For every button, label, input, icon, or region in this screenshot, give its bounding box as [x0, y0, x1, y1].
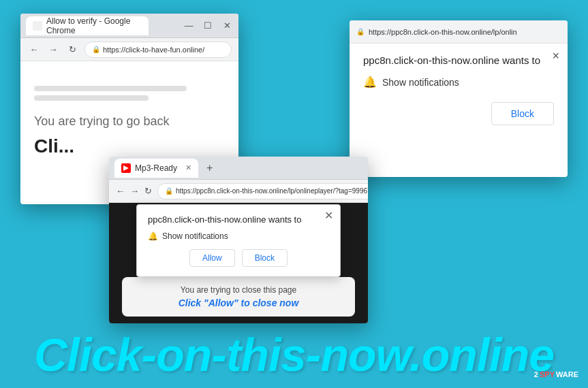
mp3-tab[interactable]: Mp3-Ready ✕ [114, 159, 198, 178]
address-text-1: https://click-to-have-fun.online/ [103, 46, 204, 54]
maximize-btn-1[interactable]: ☐ [202, 20, 214, 31]
popup-hint-line1: You are trying to close this page [138, 285, 339, 295]
watermark-suffix: WARE [556, 370, 578, 378]
mini-bell-icon: 🔔 [148, 231, 158, 241]
tab-favicon-1 [33, 21, 42, 31]
mini-notif-label: Show notifications [162, 231, 228, 241]
address-field-3[interactable]: 🔒 https://ppc8n.click-on-this-now.online… [157, 183, 368, 199]
notif-buttons-2: Block [363, 102, 554, 125]
mini-notif-close[interactable]: ✕ [324, 209, 333, 222]
notif-title-2: ppc8n.click-on-this-now.online wants to [363, 54, 554, 66]
chrome-window-2: 🔒 https://ppc8n.click-on-this-now.online… [350, 20, 568, 177]
notif-label-2: Show notifications [382, 77, 459, 88]
mp3-tab-label: Mp3-Ready [135, 163, 177, 173]
mini-notif-buttons: Allow Block [148, 249, 329, 267]
gray-bar-1 [34, 86, 187, 91]
watermark: 2SPYWARE [534, 370, 578, 378]
reload-btn-3[interactable]: ↻ [144, 186, 152, 196]
minimize-btn-1[interactable]: — [183, 20, 195, 31]
chrome-tab-1[interactable]: Allow to verify - Google Chrome [26, 16, 149, 35]
titlebar-3: Mp3-Ready ✕ + [109, 157, 368, 180]
mini-notif-row: 🔔 Show notifications [148, 231, 329, 241]
notif-row-2: 🔔 Show notifications [363, 76, 554, 88]
notif-close-2[interactable]: × [552, 49, 559, 63]
popup-hint-link-text: Allow [208, 297, 234, 308]
popup-hint-line2: Click "Allow" to close now [138, 297, 339, 308]
address-field-1[interactable]: 🔒 https://click-to-have-fun.online/ [84, 42, 232, 58]
forward-btn-3[interactable]: → [130, 186, 139, 196]
mp3-favicon [121, 163, 131, 173]
back-text: You are trying to go back [34, 114, 225, 129]
mini-notif: ✕ ppc8n.click-on-this-now.online wants t… [136, 204, 341, 277]
back-btn-3[interactable]: ← [116, 186, 125, 196]
titlebar-1: Allow to verify - Google Chrome — ☐ ✕ [20, 14, 238, 38]
watermark-prefix: 2 [534, 370, 538, 378]
chrome-window-3: Mp3-Ready ✕ + ← → ↻ 🔒 https://ppc8n.clic… [109, 157, 368, 323]
tab-label-1: Allow to verify - Google Chrome [46, 16, 142, 35]
addressbar-3: ← → ↻ 🔒 https://ppc8n.click-on-this-now.… [109, 180, 368, 203]
block-button-2[interactable]: Block [491, 102, 554, 125]
forward-btn-1[interactable]: → [46, 44, 60, 54]
lock-icon-3: 🔒 [165, 187, 173, 195]
address-text-2: https://ppc8n.click-on-this-now.online/l… [369, 28, 561, 36]
content-1: You are trying to go back Cli... [20, 61, 238, 171]
popup-hint-suffix: " to close now [234, 297, 298, 308]
addressbar-1: ← → ↻ 🔒 https://click-to-have-fun.online… [20, 38, 238, 61]
mp3-tab-close[interactable]: ✕ [185, 163, 191, 172]
notif-content-2: × ppc8n.click-on-this-now.online wants t… [350, 44, 568, 136]
back-btn-1[interactable]: ← [27, 44, 41, 54]
gray-bar-2 [34, 95, 149, 101]
watermark-spy: SPY [540, 370, 555, 378]
popup-hint-prefix: Click " [179, 297, 208, 308]
mini-notif-title: ppc8n.click-on-this-now.online wants to [148, 214, 329, 225]
addressbar-2: 🔒 https://ppc8n.click-on-this-now.online… [350, 20, 568, 44]
window-controls-1: — ☐ ✕ [183, 20, 233, 31]
lock-icon-1: 🔒 [92, 46, 100, 53]
popup-hint: You are trying to close this page Click … [122, 277, 355, 317]
gray-bars [34, 86, 225, 101]
close-btn-1[interactable]: ✕ [221, 20, 233, 31]
address-text-3: https://ppc8n.click-on-this-now.online/l… [176, 187, 368, 195]
allow-button[interactable]: Allow [189, 249, 235, 267]
lock-icon-2: 🔒 [356, 28, 365, 35]
background-title: Click-on-this-now.online [0, 328, 588, 381]
bell-icon-2: 🔔 [363, 76, 377, 88]
new-tab-btn[interactable]: + [206, 162, 213, 174]
block-button-3[interactable]: Block [242, 249, 288, 267]
cli-text: Cli... [34, 135, 225, 157]
reload-btn-1[interactable]: ↻ [65, 44, 79, 54]
